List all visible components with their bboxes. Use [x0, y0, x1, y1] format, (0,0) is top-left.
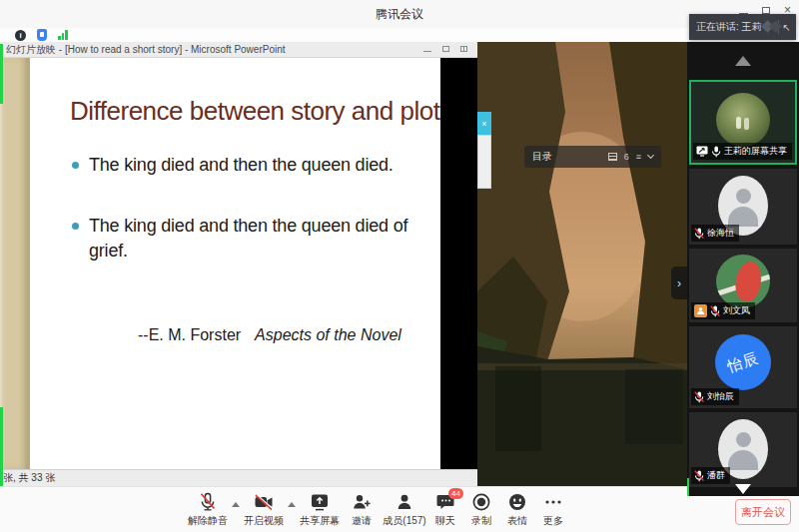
info-icon[interactable]: i	[15, 30, 26, 41]
emoji-icon	[507, 492, 527, 512]
mic-muted-icon	[694, 228, 704, 240]
toolbar-more-button[interactable]: 更多	[535, 492, 571, 528]
meeting-logo-icon	[762, 19, 775, 35]
ppt-restore-icon[interactable]	[442, 46, 449, 52]
participant-tile[interactable]: 潘群	[689, 412, 797, 487]
toolbar-share-screen-button[interactable]: 共享屏幕	[298, 492, 342, 528]
chevron-down-icon[interactable]	[647, 152, 654, 159]
mic-muted-icon	[694, 391, 704, 403]
restore-arrow-icon[interactable]: ↖	[783, 22, 791, 33]
participant-name: 刘怡辰	[707, 390, 734, 403]
slide-title: Difference between story and plot	[70, 96, 440, 127]
meeting-toolbar: 解除静音 开启视频	[0, 486, 799, 532]
share-screen-icon	[310, 492, 330, 512]
presentation-letterbox	[440, 58, 477, 469]
avatar-text: 怡辰	[725, 348, 761, 376]
mic-on-icon	[711, 146, 721, 158]
chat-unread-badge: 44	[448, 488, 463, 499]
avatar	[716, 93, 770, 147]
mic-muted-icon	[710, 305, 720, 317]
members-icon	[395, 492, 414, 512]
triangle-down-icon	[735, 484, 751, 494]
list-view-icon[interactable]	[608, 153, 617, 161]
menu-icon[interactable]: ≡	[636, 152, 641, 162]
ppt-view-icon[interactable]	[460, 46, 467, 52]
mic-muted-icon	[198, 492, 218, 512]
tencent-meeting-window: 腾讯会议 × i 正在讲话: 王莉 ↖ 幻灯片放映 - [How to read…	[0, 0, 799, 532]
network-signal-icon	[58, 30, 68, 40]
toolbar-unmute-button[interactable]: 解除静音	[186, 492, 230, 528]
screen-share-icon	[696, 146, 708, 157]
slide-bullet-1: The king died and then the queen died.	[72, 153, 412, 178]
invite-icon	[352, 492, 372, 512]
mic-muted-icon	[694, 470, 704, 482]
participant-name: 刘文凤	[723, 304, 750, 317]
participant-name: 潘群	[707, 469, 725, 482]
share-border-mark	[0, 407, 3, 486]
participant-tile[interactable]: 徐海恒	[689, 169, 797, 245]
ppt-minimize-icon[interactable]	[423, 51, 431, 52]
camera-off-icon	[254, 492, 274, 512]
slide-template-edge	[0, 58, 30, 469]
slide-attribution: --E. M. ForsterAspects of the Novel	[138, 326, 440, 344]
unmute-options-caret[interactable]	[232, 502, 240, 507]
participant-name: 徐海恒	[707, 227, 734, 240]
shared-powerpoint-window: 幻灯片放映 - [How to read a short story] - Mi…	[0, 42, 477, 486]
speaking-toast: 正在讲话: 王莉 ↖	[689, 14, 796, 40]
toolbar-emoji-button[interactable]: 表情	[499, 492, 535, 528]
participant-tile[interactable]: 刘文凤	[689, 249, 797, 322]
bullet-dot-icon	[72, 223, 79, 230]
toolbar-video-button[interactable]: 开启视频	[242, 492, 286, 528]
participant-tile[interactable]: 怡辰 刘怡辰	[689, 326, 797, 408]
slide: Difference between story and plot The ki…	[30, 58, 440, 469]
ppt-statusbar: 张, 共 33 张	[0, 469, 477, 486]
app-title: 腾讯会议	[0, 0, 799, 28]
landscape-video-frame	[477, 42, 687, 486]
toc-label: 目录	[532, 150, 552, 164]
more-dots-icon	[543, 492, 563, 512]
toolbar-invite-button[interactable]: 邀请	[342, 492, 382, 528]
toc-count: 6	[624, 152, 629, 162]
toolbar-chat-button[interactable]: 44 聊天	[427, 492, 463, 528]
status-icon-row: i	[0, 28, 799, 42]
bullet-dot-icon	[72, 162, 79, 169]
toc-overlay-bar[interactable]: 目录 6 ≡	[524, 146, 661, 168]
powerpoint-titlebar: 幻灯片放映 - [How to read a short story] - Mi…	[0, 42, 477, 58]
toolbar-record-button[interactable]: 录制	[463, 492, 499, 528]
record-icon	[471, 492, 491, 512]
side-tab-close-icon[interactable]: ×	[477, 112, 491, 135]
scroll-up-button[interactable]	[687, 42, 799, 80]
slide-bullet-2: The king died and then the queen died of…	[72, 214, 412, 264]
video-options-caret[interactable]	[288, 502, 296, 507]
scroll-down-button[interactable]	[687, 484, 799, 494]
participant-tile-sharing[interactable]: 王莉的屏幕共享	[689, 80, 797, 165]
host-badge-icon	[694, 304, 707, 317]
share-border-mark	[0, 44, 3, 104]
chevron-right-icon: ›	[677, 276, 681, 290]
maximize-icon[interactable]	[762, 7, 770, 14]
participant-name: 王莉的屏幕共享	[724, 145, 787, 158]
avatar-initials: 怡辰	[715, 334, 771, 390]
main-video-stage[interactable]: × 目录 6 ≡ ›	[477, 42, 687, 486]
speaking-toast-text: 正在讲话: 王莉	[696, 20, 762, 34]
triangle-up-icon	[735, 56, 751, 66]
side-tab-panel[interactable]	[477, 135, 491, 189]
sidebar-collapse-handle[interactable]: ›	[671, 266, 687, 299]
leave-meeting-button[interactable]: 离开会议	[735, 499, 791, 525]
toolbar-members-button[interactable]: 成员(157)	[382, 492, 427, 528]
shield-icon[interactable]	[37, 29, 47, 41]
participants-sidebar: 王莉的屏幕共享 徐海恒	[687, 42, 799, 496]
avatar-cartoon	[716, 255, 770, 308]
window-titlebar: 腾讯会议 ×	[0, 0, 799, 28]
